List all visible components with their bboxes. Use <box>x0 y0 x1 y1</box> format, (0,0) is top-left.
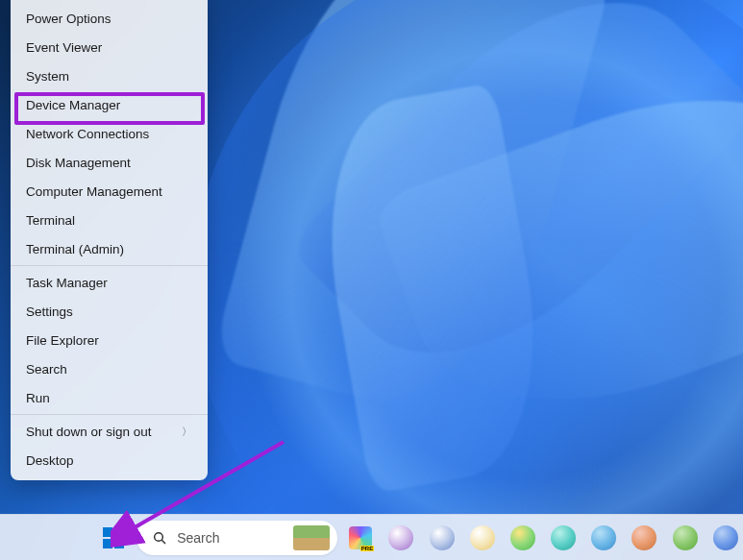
menu-item-power-options[interactable]: Power Options <box>11 4 208 33</box>
menu-item-file-explorer[interactable]: File Explorer <box>11 326 208 354</box>
menu-item-system[interactable]: System <box>11 61 208 90</box>
chevron-right-icon: 〉 <box>182 425 192 439</box>
app-icon <box>591 525 616 550</box>
taskbar-app-3[interactable] <box>465 520 500 556</box>
menu-item-desktop[interactable]: Desktop <box>11 446 208 475</box>
menu-item-event-viewer[interactable]: Event Viewer <box>11 33 208 61</box>
menu-item-terminal[interactable]: Terminal <box>11 206 208 234</box>
taskbar-app-7[interactable] <box>627 520 661 556</box>
app-icon <box>388 525 413 550</box>
menu-item-network-connections[interactable]: Network Connections <box>11 119 208 148</box>
menu-item-task-manager[interactable]: Task Manager <box>11 268 208 297</box>
taskbar-app-8[interactable] <box>668 520 703 556</box>
winx-context-menu: Power Options Event Viewer System Device… <box>11 0 208 480</box>
taskbar-app-2[interactable] <box>424 520 458 556</box>
taskbar-app-copilot[interactable]: PRE <box>343 520 378 556</box>
app-icon <box>551 525 576 550</box>
search-icon <box>152 530 167 546</box>
menu-separator <box>11 265 208 266</box>
svg-point-2 <box>155 532 163 541</box>
menu-item-run[interactable]: Run <box>11 383 208 412</box>
taskbar: Search PRE <box>0 514 743 560</box>
start-button[interactable] <box>96 520 131 556</box>
windows-logo-icon <box>103 527 124 548</box>
app-icon <box>510 525 535 550</box>
taskbar-app-5[interactable] <box>546 520 581 556</box>
app-icon <box>673 525 698 550</box>
search-placeholder: Search <box>177 530 219 546</box>
menu-separator <box>11 414 208 415</box>
app-icon <box>470 525 495 550</box>
menu-item-shutdown-signout[interactable]: Shut down or sign out 〉 <box>11 417 208 446</box>
taskbar-app-6[interactable] <box>586 520 621 556</box>
menu-item-computer-management[interactable]: Computer Management <box>11 177 208 206</box>
app-icon <box>430 525 455 550</box>
search-highlight-image <box>293 525 330 550</box>
taskbar-app-1[interactable] <box>384 520 418 556</box>
taskbar-app-9[interactable] <box>708 520 743 556</box>
svg-line-3 <box>162 540 166 544</box>
copilot-icon: PRE <box>349 526 372 549</box>
taskbar-app-4[interactable] <box>506 520 540 556</box>
menu-item-settings[interactable]: Settings <box>11 297 208 326</box>
menu-item-device-manager[interactable]: Device Manager <box>11 90 208 119</box>
menu-item-disk-management[interactable]: Disk Management <box>11 148 208 177</box>
menu-item-search[interactable]: Search <box>11 354 208 383</box>
app-icon <box>632 525 656 550</box>
menu-item-terminal-admin[interactable]: Terminal (Admin) <box>11 234 208 263</box>
app-icon <box>713 525 738 550</box>
taskbar-search-box[interactable]: Search <box>136 521 337 555</box>
